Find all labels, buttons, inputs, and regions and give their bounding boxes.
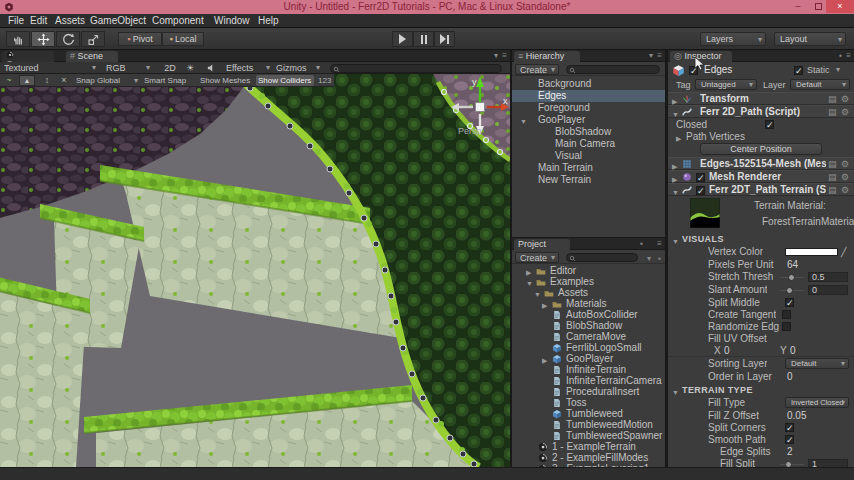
search-by-label-icon[interactable]: ▪ xyxy=(658,254,661,263)
step-button[interactable] xyxy=(434,31,455,47)
hand-tool-button[interactable] xyxy=(6,31,30,47)
center-position-button[interactable]: Center Position xyxy=(700,143,822,155)
sorting-layer-dropdown[interactable]: Default▾ xyxy=(785,358,849,369)
panel-dropdown-icon[interactable]: ▾ xyxy=(649,51,653,60)
hierarchy-item[interactable]: Foregorund xyxy=(512,102,665,114)
gear-icon[interactable]: ⚙ xyxy=(841,106,849,118)
tag-dropdown[interactable]: Untagged▾ xyxy=(695,79,757,90)
stretch-threshold-slider[interactable] xyxy=(780,277,804,278)
menu-edit[interactable]: Edit xyxy=(30,15,47,27)
scene-search-input[interactable] xyxy=(330,64,502,73)
pixels-per-unit-value[interactable]: 64 xyxy=(787,259,798,271)
minimize-button[interactable]: – xyxy=(788,0,808,13)
closed-checkbox[interactable]: ✓ xyxy=(765,120,774,129)
hierarchy-item[interactable]: ▼GooPlayer xyxy=(512,114,665,126)
rgb-dropdown[interactable]: RGB▾ xyxy=(106,62,154,74)
mesh-renderer-component-header[interactable]: ▶ ✓ Mesh Renderer ▤ ⚙ xyxy=(668,170,854,183)
smooth-path-checkbox[interactable]: ✓ xyxy=(785,435,794,444)
lock-icon[interactable]: ▪ xyxy=(640,239,643,248)
show-colliders-button[interactable]: Show Colliders xyxy=(256,75,314,86)
render-mode-dropdown[interactable]: Textured▾ xyxy=(4,62,100,74)
delete-vertex-tool-button[interactable]: × xyxy=(57,75,71,86)
effects-dropdown[interactable]: Effects▾ xyxy=(226,62,272,74)
scale-tool-button[interactable] xyxy=(81,31,105,47)
stretch-threshold-value[interactable]: 0.5 xyxy=(808,272,848,282)
search-by-type-icon[interactable]: ▾ xyxy=(647,254,651,263)
fill-type-dropdown[interactable]: Inverted Closed▾ xyxy=(785,397,849,408)
pause-button[interactable] xyxy=(413,31,434,47)
gear-icon[interactable]: ⚙ xyxy=(841,93,849,105)
layers-dropdown[interactable]: Layers▾ xyxy=(700,32,766,46)
lighting-toggle-button[interactable]: ☀ xyxy=(186,62,194,74)
create-tangents-checkbox[interactable] xyxy=(782,310,791,319)
tab-scene[interactable]: # Scene xyxy=(66,51,118,62)
help-icon[interactable]: ▤ xyxy=(828,171,837,183)
edge-splits-value[interactable]: 2 xyxy=(787,446,793,458)
hierarchy-item-child[interactable]: Visual xyxy=(512,150,665,162)
terrain-type-section-header[interactable]: ▼TERRAIN TYPE xyxy=(668,384,854,396)
hierarchy-item[interactable]: Background xyxy=(512,78,665,90)
rotate-tool-button[interactable] xyxy=(56,31,80,47)
tab-project[interactable]: Project xyxy=(514,239,570,250)
menu-file[interactable]: File xyxy=(8,15,24,27)
panel-menu-icon[interactable]: ≡ xyxy=(657,51,662,60)
gizmo-center-cube[interactable] xyxy=(476,103,485,112)
help-icon[interactable]: ▤ xyxy=(828,106,837,118)
fold-closed-icon[interactable]: ▶ xyxy=(676,133,681,145)
split-middle-checkbox[interactable]: ✓ xyxy=(785,298,794,307)
hierarchy-item-child[interactable]: Main Camera xyxy=(512,138,665,150)
menu-help[interactable]: Help xyxy=(258,15,279,27)
material-thumbnail[interactable] xyxy=(690,198,720,228)
smart-snap-button[interactable]: Smart Snap xyxy=(144,75,196,86)
panel-menu-icon[interactable]: ≡ xyxy=(846,51,851,60)
lock-icon[interactable]: ▪ xyxy=(839,51,842,60)
play-button[interactable] xyxy=(392,31,413,47)
slant-amount-slider[interactable] xyxy=(780,290,804,291)
move-tool-button[interactable] xyxy=(31,31,55,47)
help-icon[interactable]: ▤ xyxy=(828,184,837,196)
add-vertex-tool-button[interactable]: ▲ xyxy=(19,75,35,86)
tab-game[interactable]: Game xyxy=(2,51,54,62)
path-vertices-row[interactable]: ▶ Path Vertices xyxy=(668,131,854,143)
static-checkbox[interactable]: ✓ xyxy=(794,66,803,75)
fill-z-offset-value[interactable]: 0.05 xyxy=(787,410,806,422)
path-tool-icon[interactable]: ~ xyxy=(2,75,16,86)
slider-thumb[interactable] xyxy=(788,274,795,281)
hierarchy-item-selected[interactable]: Edges xyxy=(512,90,665,102)
gameobject-name[interactable]: Edges xyxy=(704,64,732,76)
audio-toggle-button[interactable] xyxy=(206,63,216,73)
mesh-filter-component-header[interactable]: ▶ Edges-1525154-Mesh (Mes ▤ ⚙ xyxy=(668,157,854,170)
layer-dropdown[interactable]: Default▾ xyxy=(790,79,850,90)
panel-menu-icon[interactable]: ≡ xyxy=(502,51,507,60)
snap-global-dropdown[interactable]: Snap Global▾ xyxy=(76,75,138,86)
fill-split-value[interactable]: 1 xyxy=(808,459,848,467)
menu-window[interactable]: Window xyxy=(214,15,250,27)
slider-thumb[interactable] xyxy=(786,287,793,294)
project-search-input[interactable] xyxy=(566,253,638,262)
scene-canvas[interactable]: y x Persp xyxy=(0,74,510,467)
terrain-material-name[interactable]: ForestTerrainMaterial xyxy=(762,216,854,228)
terrain-enabled-checkbox[interactable]: ✓ xyxy=(696,186,705,195)
move-vertex-tool-button[interactable]: ↕ xyxy=(40,75,54,86)
local-toggle-button[interactable]: ▪ Local xyxy=(162,32,204,46)
hierarchy-search-input[interactable] xyxy=(566,65,660,74)
hierarchy-item-child[interactable]: BlobShadow xyxy=(512,126,665,138)
order-in-layer-value[interactable]: 0 xyxy=(787,371,793,383)
hierarchy-item[interactable]: Main Terrain xyxy=(512,162,665,174)
menu-gameobject[interactable]: GameObject xyxy=(90,15,146,27)
transform-component-header[interactable]: ▶ Transform ▤ ⚙ xyxy=(668,92,854,105)
hierarchy-item[interactable]: New Terrain xyxy=(512,174,665,186)
slant-amount-value[interactable]: 0 xyxy=(808,285,848,295)
maximize-button[interactable] xyxy=(808,0,828,13)
help-icon[interactable]: ▤ xyxy=(828,158,837,170)
y-value[interactable]: 0 xyxy=(790,345,796,357)
pivot-toggle-button[interactable]: ▪ Pivot xyxy=(118,32,162,46)
close-button[interactable]: × xyxy=(826,0,854,13)
split-corners-checkbox[interactable]: ✓ xyxy=(785,423,794,432)
hierarchy-create-button[interactable]: Create▾ xyxy=(515,64,559,75)
randomize-edges-checkbox[interactable] xyxy=(782,322,791,331)
mesh-renderer-checkbox[interactable]: ✓ xyxy=(696,173,705,182)
tab-hierarchy[interactable]: ≡ Hierarchy xyxy=(514,51,580,62)
gear-icon[interactable]: ⚙ xyxy=(841,184,849,196)
ferr2d-path-component-header[interactable]: ▼ Ferr 2D_Path (Script) ▤ ⚙ xyxy=(668,105,854,118)
